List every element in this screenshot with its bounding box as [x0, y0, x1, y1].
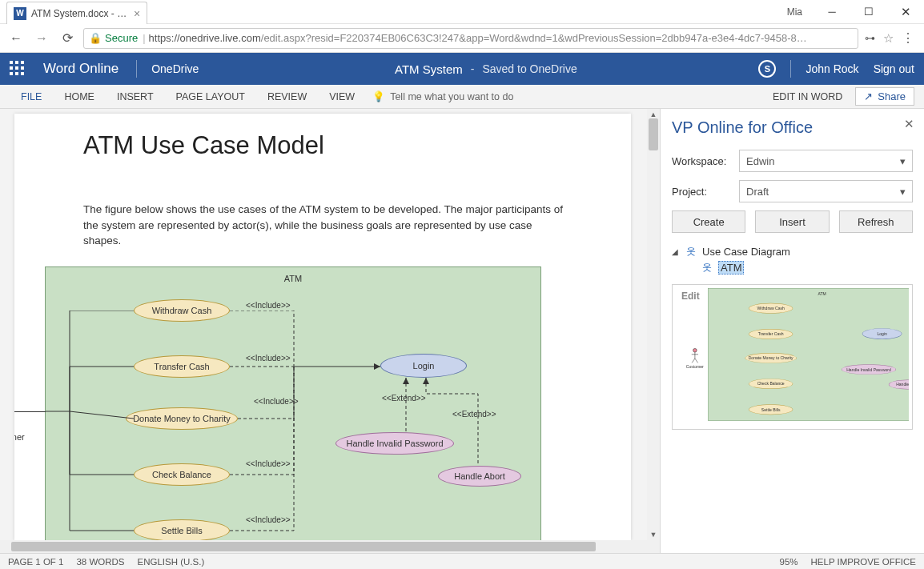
diagram-preview[interactable]: Edit ATM Customer Withdraw Cash Transfer… [672, 284, 913, 430]
scroll-thumb[interactable] [649, 118, 658, 150]
save-status: Saved to OneDrive [482, 62, 576, 75]
preview-thumbnail: ATM Customer Withdraw Cash Transfer Cash… [708, 288, 909, 421]
usecase-check: Check Balance [134, 463, 230, 486]
site-key-icon[interactable]: ⊶ [865, 32, 875, 44]
tab-close-icon[interactable]: × [134, 7, 140, 20]
url-path: /edit.aspx?resid=F220374EB06C63C3!247&ap… [261, 32, 807, 44]
status-bar: PAGE 1 OF 1 38 WORDS ENGLISH (U.S.) 95% … [0, 553, 924, 569]
edit-overlay[interactable]: Edit [677, 290, 704, 303]
url-host: https://onedrive.live.com [149, 32, 261, 44]
word-online-header: Word Online OneDrive ATM System - Saved … [0, 53, 924, 85]
tell-me-search[interactable]: 💡 Tell me what you want to do [372, 90, 513, 102]
actor-customer: Customer [14, 397, 25, 442]
document-title[interactable]: ATM System [395, 62, 463, 76]
usecase-login: Login [380, 354, 467, 378]
tree-item-atm[interactable]: 옷 ATM [701, 259, 913, 276]
svg-line-12 [692, 359, 695, 363]
skype-icon[interactable]: S [758, 60, 776, 78]
doc-paragraph: The figure below shows the use cases of … [83, 202, 564, 249]
ribbon: FILE HOME INSERT PAGE LAYOUT REVIEW VIEW… [0, 85, 924, 109]
user-name[interactable]: John Rock [805, 62, 858, 75]
share-icon: ↗ [864, 90, 873, 102]
usecase-transfer: Transfer Cash [134, 355, 230, 378]
address-bar[interactable]: 🔒 Secure | https://onedrive.live.com/edi… [83, 28, 858, 49]
vertical-scrollbar[interactable]: ▲ ▼ [647, 109, 660, 540]
ribbon-tab-home[interactable]: HOME [53, 85, 106, 108]
secure-badge: 🔒 Secure [89, 32, 138, 44]
usecase-invalid-password: Handle Invalid Password [335, 432, 454, 455]
browser-tab[interactable]: W ATM System.docx - Micr… × [6, 2, 147, 24]
app-launcher-icon[interactable] [10, 61, 26, 77]
insert-button[interactable]: Insert [755, 210, 829, 233]
maximize-button[interactable]: ☐ [850, 0, 887, 24]
refresh-button[interactable]: Refresh [839, 210, 913, 233]
tree-root[interactable]: ◢ 옷 Use Case Diagram [672, 244, 913, 259]
scroll-down-icon[interactable]: ▼ [647, 529, 660, 540]
diagram-node-icon: 옷 [701, 262, 713, 274]
word-online-brand[interactable]: Word Online [43, 61, 119, 77]
onedrive-link[interactable]: OneDrive [151, 62, 199, 75]
ribbon-tab-insert[interactable]: INSERT [106, 85, 165, 108]
status-language[interactable]: ENGLISH (U.S.) [138, 557, 205, 567]
hscroll-thumb[interactable] [11, 542, 596, 551]
svg-point-9 [693, 348, 697, 352]
svg-marker-8 [423, 378, 429, 384]
usecase-withdraw: Withdraw Cash [134, 299, 230, 322]
document-page[interactable]: ATM Use Case Model The figure below show… [14, 114, 631, 540]
share-button[interactable]: ↗ Share [855, 87, 914, 106]
ribbon-tab-review[interactable]: REVIEW [256, 85, 318, 108]
usecase-settle: Settle Bills [134, 519, 230, 540]
create-button[interactable]: Create [672, 210, 745, 233]
browser-menu-icon[interactable]: ⋮ [902, 30, 914, 46]
tree-collapse-icon[interactable]: ◢ [672, 247, 680, 256]
lock-icon: 🔒 [89, 32, 102, 44]
status-zoom[interactable]: 95% [780, 557, 798, 567]
lightbulb-icon: 💡 [372, 90, 385, 102]
usecase-donate: Donate Money to Charity [126, 407, 238, 430]
project-label: Project: [672, 186, 733, 198]
panel-title: VP Online for Office [672, 118, 913, 137]
usecase-handle-abort: Handle Abort [438, 466, 521, 487]
svg-marker-6 [374, 363, 380, 370]
project-select[interactable]: Draft▾ [739, 180, 913, 202]
use-case-diagram-icon: 옷 [685, 246, 697, 258]
svg-marker-7 [403, 378, 409, 384]
browser-toolbar: ← → ⟳ 🔒 Secure | https://onedrive.live.c… [0, 24, 924, 53]
svg-line-13 [695, 359, 698, 363]
tab-title: ATM System.docx - Micr… [31, 8, 127, 19]
close-window-button[interactable]: ✕ [887, 0, 924, 24]
ribbon-tab-file[interactable]: FILE [10, 85, 53, 108]
ribbon-tab-view[interactable]: VIEW [318, 85, 366, 108]
minimize-button[interactable]: ─ [814, 0, 850, 24]
workspace-select[interactable]: Edwin▾ [739, 150, 913, 172]
status-words[interactable]: 38 WORDS [76, 557, 124, 567]
chevron-down-icon: ▾ [900, 186, 906, 198]
horizontal-scrollbar[interactable] [0, 540, 660, 553]
forward-button[interactable]: → [32, 29, 51, 48]
ribbon-tab-page-layout[interactable]: PAGE LAYOUT [165, 85, 256, 108]
workspace-label: Workspace: [672, 155, 733, 167]
doc-heading: ATM Use Case Model [83, 131, 613, 160]
panel-close-icon[interactable]: ✕ [904, 117, 914, 131]
vp-online-panel: VP Online for Office ✕ Workspace: Edwin▾… [660, 109, 924, 553]
diagram-tree: ◢ 옷 Use Case Diagram 옷 ATM [672, 244, 913, 276]
chevron-down-icon: ▾ [900, 155, 906, 167]
use-case-diagram: ATM Customer Withdraw Cash Transfer Cash… [45, 266, 541, 540]
sign-out-link[interactable]: Sign out [874, 62, 914, 75]
bookmark-star-icon[interactable]: ☆ [883, 31, 894, 46]
word-favicon-icon: W [14, 7, 26, 20]
status-page[interactable]: PAGE 1 OF 1 [8, 557, 63, 567]
edit-in-word-link[interactable]: EDIT IN WORD [773, 91, 842, 102]
back-button[interactable]: ← [6, 29, 26, 48]
reload-button[interactable]: ⟳ [58, 29, 77, 48]
status-help-improve[interactable]: HELP IMPROVE OFFICE [811, 557, 916, 567]
diagram-frame-label: ATM [284, 274, 302, 283]
os-user: Mia [787, 6, 802, 18]
